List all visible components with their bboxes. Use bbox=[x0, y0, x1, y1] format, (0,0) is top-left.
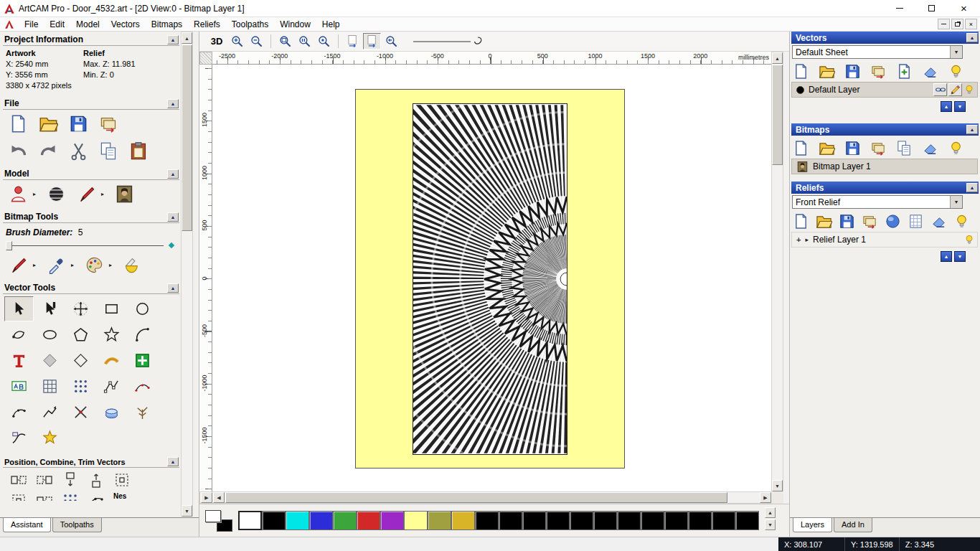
tab-toolpaths[interactable]: Toolpaths bbox=[52, 518, 102, 532]
layer-row-default-layer[interactable]: Default Layer bbox=[791, 82, 978, 98]
flyout-icon[interactable]: ▸ bbox=[101, 191, 104, 197]
link-bitmap-button[interactable] bbox=[922, 140, 938, 156]
delete-relief-button[interactable] bbox=[930, 213, 947, 230]
menu-item-vectors[interactable]: Vectors bbox=[105, 18, 146, 31]
layer-visibility-toggle[interactable] bbox=[963, 234, 975, 245]
move-layer-up-button[interactable]: ▲ bbox=[941, 101, 952, 112]
merge-layer-button[interactable] bbox=[933, 83, 947, 96]
pane-split-button[interactable]: ▶ bbox=[201, 492, 212, 503]
next-bitmap-view-button[interactable] bbox=[363, 33, 381, 50]
palette-swatch-0[interactable] bbox=[238, 511, 262, 530]
flood-fill-button[interactable] bbox=[123, 255, 142, 275]
redo-button[interactable] bbox=[39, 141, 58, 161]
extrude-tool[interactable] bbox=[97, 400, 126, 425]
sheet-selector[interactable]: Default Sheet ▼ bbox=[792, 45, 963, 59]
create-ellipse-tool[interactable] bbox=[35, 322, 65, 347]
chevron-down-icon[interactable]: ▼ bbox=[950, 46, 962, 58]
zoom-box-button[interactable] bbox=[276, 33, 294, 50]
move-layer-up-button[interactable]: ▲ bbox=[941, 251, 952, 262]
palette-swatch-4[interactable] bbox=[333, 511, 357, 530]
nesting-button[interactable]: Nes bbox=[113, 492, 126, 500]
transform-vectors-tool[interactable] bbox=[66, 296, 95, 321]
flyout-icon[interactable]: ▸ bbox=[71, 262, 74, 268]
section-profile-tool[interactable] bbox=[4, 425, 34, 451]
calculate-relief-button[interactable] bbox=[885, 213, 901, 230]
create-text-tool[interactable] bbox=[4, 348, 34, 373]
collapse-button[interactable]: ▲ bbox=[167, 169, 179, 179]
canvas-horizontal-scrollbar[interactable]: ▶ ◀ ▶ bbox=[199, 491, 771, 504]
menu-item-help[interactable]: Help bbox=[316, 18, 346, 31]
new-relief-layer-button[interactable] bbox=[793, 213, 809, 230]
zoom-out-button[interactable] bbox=[248, 33, 265, 50]
fillet-vectors-button[interactable] bbox=[88, 492, 105, 501]
menu-item-file[interactable]: File bbox=[19, 18, 44, 31]
expand-plus-icon[interactable]: + bbox=[796, 235, 801, 244]
palette-swatch-3[interactable] bbox=[309, 511, 333, 530]
layer-colour-swatch[interactable] bbox=[796, 86, 804, 94]
open-relief-layer-button[interactable] bbox=[816, 213, 832, 230]
tab-add-in[interactable]: Add In bbox=[834, 518, 872, 532]
flyout-icon[interactable]: ▸ bbox=[109, 262, 112, 268]
center-in-page-button[interactable] bbox=[113, 471, 131, 489]
move-layer-down-button[interactable]: ▼ bbox=[954, 101, 966, 112]
close-button[interactable]: × bbox=[948, 0, 980, 17]
collapse-button[interactable]: ▲ bbox=[167, 283, 179, 293]
layer-visibility-toggle[interactable] bbox=[963, 84, 975, 95]
palette-swatch-13[interactable] bbox=[546, 511, 570, 530]
paint-brush-button[interactable] bbox=[9, 255, 28, 275]
menu-item-reliefs[interactable]: Reliefs bbox=[188, 18, 226, 31]
zoom-previous-button[interactable] bbox=[382, 33, 400, 50]
weld-vectors-button[interactable] bbox=[10, 492, 27, 501]
collapse-button[interactable]: ▲ bbox=[167, 457, 179, 466]
greyscale-from-image-button[interactable] bbox=[115, 184, 134, 204]
import-relief-button[interactable] bbox=[862, 213, 878, 230]
create-polygon-tool[interactable] bbox=[66, 322, 95, 347]
save-vector-layer-button[interactable] bbox=[844, 63, 861, 80]
open-vector-layer-button[interactable] bbox=[819, 63, 835, 80]
menu-item-window[interactable]: Window bbox=[274, 18, 316, 31]
scroll-up-button[interactable]: ▲ bbox=[772, 52, 783, 64]
undo-button[interactable] bbox=[9, 141, 28, 161]
zoom-to-objects-button[interactable] bbox=[315, 33, 333, 50]
toggle-3d-view-button[interactable]: 3D bbox=[207, 36, 227, 47]
fit-arcs-tool[interactable] bbox=[128, 374, 157, 399]
flyout-icon[interactable]: ▸ bbox=[33, 191, 36, 197]
align-right-button[interactable] bbox=[36, 471, 53, 489]
fit-text-to-grid-tool[interactable] bbox=[35, 374, 65, 399]
palette-swatch-6[interactable] bbox=[380, 511, 404, 530]
create-rectangle-tool[interactable] bbox=[97, 296, 126, 321]
scrollbar-thumb[interactable] bbox=[182, 44, 192, 231]
collapse-button[interactable]: ▲ bbox=[167, 35, 179, 44]
relief-selector[interactable]: Front Relief ▼ bbox=[792, 195, 963, 209]
brush-diameter-slider[interactable] bbox=[6, 240, 174, 251]
copy-button[interactable] bbox=[99, 141, 118, 161]
layer-row-bitmap-layer-1[interactable]: Bitmap Layer 1 bbox=[791, 159, 978, 174]
palette-swatch-21[interactable] bbox=[735, 511, 759, 530]
menu-item-toolpaths[interactable]: Toolpaths bbox=[226, 18, 274, 31]
vector-doctor-tool[interactable] bbox=[128, 400, 157, 425]
move-layer-down-button[interactable]: ▼ bbox=[954, 251, 966, 262]
palette-swatch-12[interactable] bbox=[522, 511, 546, 530]
maximize-button[interactable] bbox=[915, 0, 948, 17]
new-model-button[interactable] bbox=[9, 114, 28, 133]
fit-polyline-tool[interactable] bbox=[97, 374, 126, 399]
measure-tool[interactable] bbox=[35, 348, 65, 373]
new-bitmap-layer-button[interactable] bbox=[793, 140, 809, 156]
subtract-vectors-button[interactable] bbox=[36, 492, 53, 501]
set-model-size-button[interactable] bbox=[9, 184, 28, 204]
palette-swatch-7[interactable] bbox=[404, 511, 428, 530]
palette-swatch-2[interactable] bbox=[286, 511, 309, 530]
toggle-all-visibility-button[interactable] bbox=[948, 140, 964, 156]
previous-bitmap-view-button[interactable] bbox=[344, 33, 362, 50]
import-bitmap-button[interactable] bbox=[870, 140, 887, 156]
block-paste-tool[interactable] bbox=[128, 348, 157, 373]
expander-icon[interactable]: ▸ bbox=[805, 236, 809, 243]
scroll-down-button[interactable]: ▼ bbox=[772, 480, 783, 491]
collapse-button[interactable]: ▲ bbox=[966, 33, 978, 42]
palette-swatch-14[interactable] bbox=[570, 511, 593, 530]
scrollbar-thumb[interactable] bbox=[772, 65, 783, 165]
canvas-vertical-scrollbar[interactable]: ▲ ▼ bbox=[771, 52, 783, 491]
minimize-button[interactable] bbox=[883, 0, 915, 17]
palette-swatch-17[interactable] bbox=[641, 511, 664, 530]
collapse-button[interactable]: ▲ bbox=[167, 99, 179, 108]
